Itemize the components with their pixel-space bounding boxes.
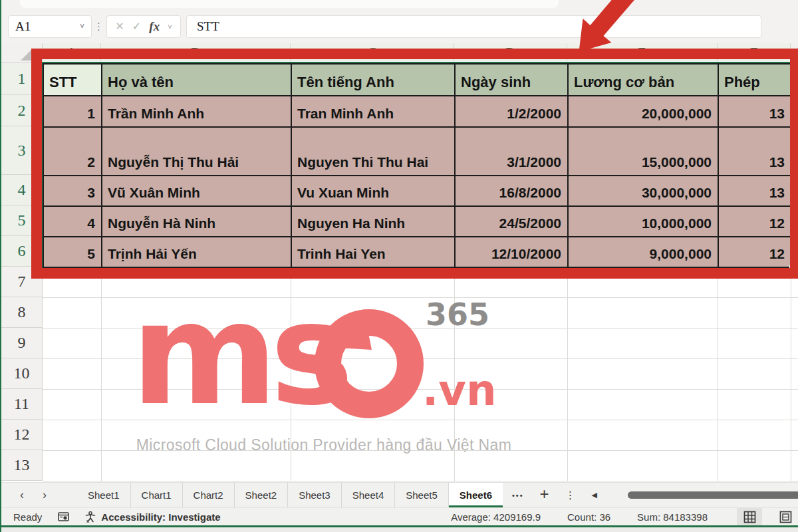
grid-cell[interactable]: 30,000,000: [568, 176, 718, 206]
grid-cell[interactable]: 3: [43, 176, 102, 206]
column-header-C[interactable]: C: [291, 43, 454, 63]
grid-cell[interactable]: 16/8/2000: [455, 176, 568, 206]
grid-cell[interactable]: Nguyễn Thị Thu Hải: [102, 127, 291, 176]
tab-chart2[interactable]: Chart2: [183, 483, 235, 507]
header-cell[interactable]: STT: [43, 64, 102, 96]
row-header-12[interactable]: 12: [1, 420, 43, 450]
column-header-F[interactable]: F: [718, 43, 791, 63]
cancel-icon[interactable]: ✕: [115, 20, 124, 33]
grid-cell[interactable]: 9,000,000: [568, 237, 718, 267]
page-layout-view-icon: [779, 511, 792, 523]
row-header-7[interactable]: 7: [1, 267, 43, 297]
grid-cell[interactable]: 13: [718, 96, 791, 127]
table-row: 4Nguyễn Hà NinhNguyen Ha Ninh24/5/200010…: [43, 206, 791, 237]
grid-cell[interactable]: Tran Minh Anh: [291, 96, 455, 127]
tab-sheet2[interactable]: Sheet2: [235, 483, 289, 507]
row-header-11[interactable]: 11: [1, 389, 43, 420]
formula-value: STT: [197, 19, 219, 34]
more-sheets-icon[interactable]: •••: [512, 491, 524, 499]
macro-record-icon[interactable]: [58, 511, 69, 522]
sheet-grid: ABCDEF 12345678910111213 STTHọ và tênTên…: [1, 43, 798, 482]
gridline: [43, 481, 798, 481]
grid-cell[interactable]: 10,000,000: [568, 206, 718, 237]
table-row: 5Trịnh Hải YếnTrinh Hai Yen12/10/20009,0…: [43, 237, 791, 267]
row-header-10[interactable]: 10: [1, 358, 43, 389]
row-header-13[interactable]: 13: [1, 450, 43, 481]
header-cell[interactable]: Họ và tên: [102, 64, 291, 96]
fill-handle[interactable]: [789, 265, 795, 271]
column-header-D[interactable]: D: [454, 43, 567, 63]
header-cell[interactable]: Lương cơ bản: [568, 64, 718, 96]
grid-cell[interactable]: 13: [718, 127, 791, 176]
column-header-E[interactable]: E: [567, 43, 718, 63]
grid-cell[interactable]: Vũ Xuân Minh: [102, 176, 291, 206]
grid-cell[interactable]: 1/2/2000: [455, 96, 568, 127]
grid-cell[interactable]: 4: [43, 206, 102, 237]
grid-cell[interactable]: 1: [43, 96, 102, 127]
grid-cell[interactable]: 12: [718, 206, 791, 237]
grid-cell[interactable]: 5: [43, 237, 102, 267]
grid-cell[interactable]: 12/10/2000: [455, 237, 568, 267]
sheet-tabs: Sheet1Chart1Chart2Sheet2Sheet3Sheet4Shee…: [77, 483, 503, 507]
tab-sheet1[interactable]: Sheet1: [77, 483, 131, 507]
header-cell[interactable]: Tên tiếng Anh: [291, 64, 455, 96]
row-header-2[interactable]: 2: [1, 95, 43, 126]
name-box[interactable]: A1 ˅: [8, 15, 92, 38]
hscroll-left-icon[interactable]: ◀: [592, 491, 597, 499]
confirm-icon[interactable]: ✓: [132, 20, 141, 33]
page-layout-view-button[interactable]: [773, 508, 798, 525]
grid-cell[interactable]: Nguyen Ha Ninh: [291, 206, 455, 237]
grid-cell[interactable]: 15,000,000: [568, 127, 718, 176]
status-accessibility[interactable]: Accessibility: Investigate: [101, 511, 220, 523]
tab-sheet5[interactable]: Sheet5: [395, 483, 449, 507]
tab-options-icon[interactable]: ⋮: [565, 489, 576, 501]
grid-cell[interactable]: Nguyen Thi Thu Hai: [291, 127, 455, 176]
row-header-8[interactable]: 8: [1, 297, 43, 328]
grid-cell[interactable]: 24/5/2000: [455, 206, 568, 237]
name-box-dropdown-icon[interactable]: ˅: [80, 22, 84, 31]
grid-cell[interactable]: 2: [43, 127, 102, 176]
insert-function-icon[interactable]: fx: [149, 19, 160, 34]
sheet-nav: ‹ ›: [20, 483, 47, 507]
ribbon-bottom-strip: [1, 0, 798, 9]
formula-input[interactable]: STT: [186, 15, 761, 38]
next-sheet-icon[interactable]: ›: [43, 488, 47, 502]
row-header-3[interactable]: 3: [1, 126, 43, 175]
row-header-4[interactable]: 4: [1, 175, 43, 205]
status-bar: Ready Accessibility: Investigate Average…: [1, 507, 798, 525]
row-header-1[interactable]: 1: [1, 63, 43, 95]
header-cell[interactable]: Phép: [718, 64, 791, 96]
select-all-corner[interactable]: [1, 43, 43, 63]
grid-cell[interactable]: 20,000,000: [568, 96, 718, 127]
grid-cell[interactable]: 3/1/2000: [455, 127, 568, 176]
grid-cell[interactable]: 13: [718, 176, 791, 206]
grid-cell[interactable]: Nguyễn Hà Ninh: [102, 206, 291, 237]
tab-sheet4[interactable]: Sheet4: [342, 483, 396, 507]
grid-cell[interactable]: Trần Minh Anh: [102, 96, 291, 127]
grid-cell[interactable]: Vu Xuan Minh: [291, 176, 455, 206]
accessibility-icon[interactable]: [85, 511, 96, 523]
prev-sheet-icon[interactable]: ‹: [20, 488, 24, 502]
function-dropdown-icon[interactable]: ˅: [168, 23, 172, 31]
table-row: 2Nguyễn Thị Thu HảiNguyen Thi Thu Hai3/1…: [43, 127, 791, 176]
column-header-A[interactable]: A: [43, 43, 101, 63]
watermark-365: 365: [426, 297, 489, 332]
tab-sheet3[interactable]: Sheet3: [288, 483, 342, 507]
tab-chart1[interactable]: Chart1: [131, 483, 183, 507]
add-sheet-icon[interactable]: +: [540, 485, 549, 503]
grid-cell[interactable]: 12: [718, 237, 791, 267]
column-header-B[interactable]: B: [101, 43, 291, 63]
row-header-9[interactable]: 9: [1, 328, 43, 358]
formula-bar-row: A1 ˅ ⋮ ✕ ✓ fx ˅ STT: [1, 9, 798, 43]
row-header-6[interactable]: 6: [1, 236, 43, 267]
name-box-value: A1: [15, 19, 31, 34]
grid-cell[interactable]: Trinh Hai Yen: [291, 237, 455, 267]
gridline: [43, 328, 798, 329]
row-header-5[interactable]: 5: [1, 205, 43, 236]
horizontal-scrollbar-thumb[interactable]: [628, 491, 798, 499]
column-header-filler: [791, 43, 798, 63]
normal-view-button[interactable]: [737, 508, 762, 525]
header-cell[interactable]: Ngày sinh: [455, 64, 568, 96]
grid-cell[interactable]: Trịnh Hải Yến: [102, 237, 291, 267]
tab-sheet6[interactable]: Sheet6: [449, 483, 503, 507]
